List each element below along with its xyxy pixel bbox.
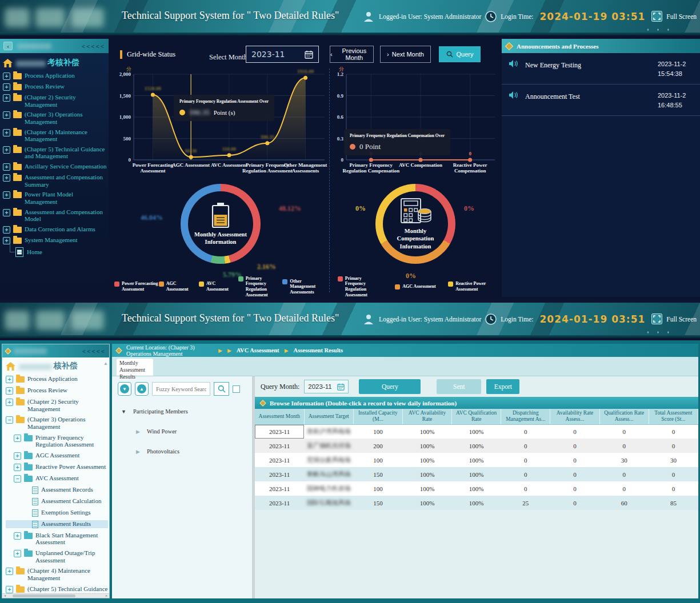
sidebar-item[interactable]: +(Chapter 3) Operations Management: [3, 111, 107, 125]
expand-icon[interactable]: +: [3, 191, 10, 199]
horizontal-scrollbar[interactable]: ◂ ▸: [2, 593, 109, 598]
expand-icon[interactable]: +: [3, 73, 10, 80]
column-header[interactable]: Installed Capacity (M...: [353, 409, 402, 424]
expand-icon[interactable]: +: [14, 464, 21, 471]
sidebar-item[interactable]: +Assessment and Compensation Model: [3, 208, 107, 223]
sidebar-item[interactable]: Assessment Calculation: [6, 497, 108, 505]
expand-icon[interactable]: +: [14, 452, 21, 460]
sidebar-item[interactable]: +(Chapter 2) Security Management: [3, 94, 107, 108]
expand-icon[interactable]: +: [6, 387, 13, 395]
expand-icon[interactable]: +: [3, 146, 10, 154]
caret-right-icon[interactable]: ▶: [136, 449, 140, 455]
expand-icon[interactable]: +: [6, 399, 13, 406]
scrollbar-thumb[interactable]: [13, 594, 75, 597]
table-row[interactable]: 2023-11某广德机光伏场200100%100%0000: [255, 439, 698, 453]
sidebar-item[interactable]: −AVC Assessment: [6, 475, 108, 483]
sidebar-item[interactable]: +Power Plant Model Management: [3, 191, 107, 205]
fullscreen-label[interactable]: Full Screen: [666, 13, 697, 20]
expand-icon[interactable]: +: [3, 209, 10, 216]
scroll-left-arrow[interactable]: ◂: [2, 594, 7, 598]
column-header[interactable]: Availability Rate Assess...: [550, 409, 599, 424]
caret-down-icon[interactable]: ▼: [121, 409, 126, 415]
sidebar-item[interactable]: +System Management: [3, 236, 107, 244]
sidebar-item[interactable]: +Ancillary Service Compensation: [3, 163, 107, 171]
calendar-icon[interactable]: [305, 50, 313, 59]
next-month-button[interactable]: › Next Month: [380, 46, 431, 63]
tab-monthly-assessment-results[interactable]: Monthly Assessment Results: [117, 359, 153, 376]
expand-icon[interactable]: +: [3, 226, 10, 234]
tree-root[interactable]: 考核补偿: [3, 58, 107, 68]
sidebar-item[interactable]: +(Chapter 5) Technical Guidance and Mana…: [3, 146, 107, 160]
expand-icon[interactable]: +: [6, 586, 13, 593]
sidebar-item[interactable]: +Primary Frequency Regulation Assessment: [6, 434, 108, 448]
sidebar-item[interactable]: +(Chapter 4) Maintenance Management: [3, 128, 107, 143]
collapse-all-button[interactable]: ▼: [118, 382, 131, 396]
table-row[interactable]: 2023-11国神电力长农场100100%100%0000: [255, 481, 698, 496]
table-row[interactable]: 2023-11淮前沪湾风电场100100%100%0000: [255, 424, 698, 439]
caret-right-icon[interactable]: ▶: [136, 429, 140, 435]
column-header[interactable]: Qualification Rate Assess...: [599, 409, 649, 424]
sidebar-item[interactable]: Assessment Records: [6, 486, 108, 494]
member-search-button[interactable]: [214, 382, 229, 396]
sent-button[interactable]: Sent: [437, 379, 481, 394]
column-header[interactable]: AVC Qualification Rate: [452, 409, 501, 424]
query-button[interactable]: Query: [439, 46, 481, 62]
breadcrumb-item-results[interactable]: Assessment Results: [294, 347, 343, 353]
fullscreen-icon[interactable]: [651, 313, 662, 324]
column-header[interactable]: Assessment Month: [255, 409, 304, 424]
sidebar-item[interactable]: +(Chapter 4) Maintenance Management: [6, 567, 108, 581]
sidebar-item[interactable]: +(Chapter 2) Security Management: [6, 398, 108, 412]
export-button[interactable]: Export: [486, 379, 519, 394]
sidebar-item[interactable]: +AGC Assessment: [6, 452, 108, 460]
expand-icon[interactable]: +: [14, 435, 21, 442]
scroll-up-arrow[interactable]: ▲: [103, 361, 108, 366]
previous-month-button[interactable]: ‹ Previous Month: [330, 46, 374, 63]
fullscreen-icon[interactable]: [651, 11, 662, 22]
column-header[interactable]: Assessment Target: [304, 409, 353, 424]
expand-icon[interactable]: +: [14, 532, 21, 540]
announcement-item[interactable]: Announcement Test 2023-11-2 16:48:55: [502, 85, 700, 116]
tree-root[interactable]: 核补偿: [6, 361, 108, 371]
scroll-right-arrow[interactable]: ▸: [104, 594, 109, 598]
sidebar-item[interactable]: +Assessment and Compensation Summary: [3, 174, 107, 188]
query-button[interactable]: Query: [359, 379, 421, 394]
sidebar-item[interactable]: +Unplanned Outage/Trip Assessment: [6, 549, 108, 564]
sidebar-item[interactable]: +Black Start Management Assessment: [6, 532, 108, 546]
expand-all-button[interactable]: ▲: [135, 382, 149, 396]
expand-icon[interactable]: −: [14, 475, 21, 483]
expand-icon[interactable]: +: [3, 129, 10, 136]
sidebar-item[interactable]: +Data Correction and Alarms: [3, 226, 107, 234]
sidebar-item[interactable]: +(Chapter 5) Technical Guidance and Mana…: [6, 585, 108, 593]
calendar-icon[interactable]: [337, 383, 345, 391]
expand-icon[interactable]: +: [3, 83, 10, 91]
members-item-wind-power[interactable]: ▶ Wind Power: [136, 428, 252, 435]
column-header[interactable]: Dispatching Management As...: [501, 409, 550, 424]
sidebar-item[interactable]: Exemption Settings: [6, 509, 108, 517]
fullscreen-label[interactable]: Full Screen: [666, 316, 697, 323]
query-month-picker[interactable]: 2023-11: [304, 380, 349, 393]
expand-icon[interactable]: −: [6, 416, 13, 424]
sidebar-item[interactable]: +Process Review: [3, 83, 107, 91]
expand-icon[interactable]: +: [3, 111, 10, 119]
breadcrumb-item-avc[interactable]: AVC Assessment: [237, 347, 279, 353]
sidebar-item[interactable]: +Process Application: [6, 375, 108, 383]
table-row[interactable]: 2023-11宏湖台森风电场100100%100%003030: [255, 453, 698, 467]
fuzzy-search-input[interactable]: [152, 382, 210, 396]
sidebar-item[interactable]: −(Chapter 3) Operations Management: [6, 416, 108, 430]
table-row[interactable]: 2023-11青帆马山湾风场150100%100%0000: [255, 467, 698, 481]
column-header[interactable]: Total Assessment Score (St...: [649, 409, 698, 424]
filter-checkbox[interactable]: [233, 385, 240, 393]
members-item-photovoltaics[interactable]: ▶ Photovoltaics: [136, 448, 252, 455]
members-root[interactable]: ▼ Participating Members: [121, 408, 252, 415]
sidebar-item[interactable]: Assessment Results: [6, 520, 108, 528]
column-header[interactable]: AVC Availability Rate: [402, 409, 451, 424]
sidebar-item[interactable]: +Reactive Power Assessment: [6, 463, 108, 471]
sidebar-item[interactable]: +Process Review: [6, 387, 108, 395]
expand-icon[interactable]: +: [3, 163, 10, 171]
expand-icon[interactable]: +: [3, 94, 10, 102]
sidebar-item-home[interactable]: Home: [15, 247, 107, 257]
expand-icon[interactable]: +: [14, 550, 21, 557]
expand-icon[interactable]: +: [6, 568, 13, 575]
expand-icon[interactable]: +: [6, 376, 13, 383]
expand-icon[interactable]: +: [3, 174, 10, 182]
